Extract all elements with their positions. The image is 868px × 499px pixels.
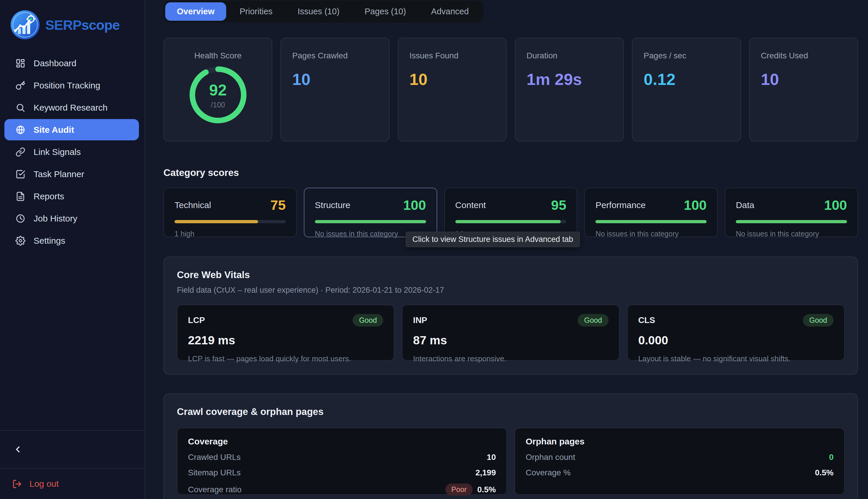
- table-row: Sitemap URLs 2,199: [188, 468, 496, 477]
- coverage-title: Coverage: [188, 437, 496, 447]
- coverage-card: Coverage Crawled URLs 10 Sitemap URLs 2,…: [177, 428, 507, 495]
- sidebar-item-position-tracking[interactable]: Position Tracking: [4, 75, 139, 96]
- logout-button[interactable]: Log out: [0, 468, 145, 499]
- stat-card-health-score: Health Score 92 /100: [163, 38, 272, 142]
- brand-logo[interactable]: SERPscope: [0, 0, 145, 40]
- category-progress-track: [736, 220, 847, 223]
- status-badge: Good: [353, 314, 383, 327]
- chevron-left-icon: [13, 445, 23, 454]
- tab-overview[interactable]: Overview: [165, 2, 226, 21]
- sidebar-item-task-planner[interactable]: Task Planner: [4, 163, 139, 185]
- category-card-data[interactable]: Data 100 No issues in this category: [725, 187, 858, 237]
- sidebar-item-site-audit[interactable]: Site Audit: [4, 119, 139, 141]
- row-label: Orphan count: [526, 453, 575, 462]
- stat-value: 10: [409, 70, 495, 89]
- logout-icon: [12, 479, 22, 489]
- sidebar: SERPscope Dashboard Position Tracking Ke…: [0, 0, 145, 499]
- stat-value: 0.12: [644, 70, 729, 89]
- key-icon: [15, 81, 25, 90]
- crawl-coverage-heading: Crawl coverage & orphan pages: [177, 406, 845, 417]
- category-card-structure[interactable]: Structure 100 No issues in this category: [304, 187, 437, 237]
- row-value: 0: [829, 453, 833, 462]
- sidebar-item-label: Dashboard: [34, 58, 76, 68]
- sidebar-spacer: [0, 251, 145, 430]
- sidebar-item-label: Reports: [34, 192, 64, 202]
- vital-value: 2219 ms: [188, 333, 383, 347]
- category-score: 100: [403, 197, 426, 213]
- stat-card-row: Health Score 92 /100 Pages Crawled 10 Is…: [163, 38, 858, 142]
- dashboard-grid-icon: [15, 58, 25, 68]
- table-row: Coverage % 0.5%: [526, 468, 833, 477]
- vital-description: Layout is stable — no significant visual…: [638, 354, 833, 363]
- serpscope-logo-icon: [10, 9, 40, 40]
- category-name: Content: [455, 200, 486, 210]
- category-progress-fill: [315, 220, 426, 223]
- logout-label: Log out: [29, 479, 59, 489]
- stat-label: Pages Crawled: [292, 51, 378, 60]
- category-progress-track: [455, 220, 566, 223]
- row-value: 10: [487, 453, 496, 462]
- sidebar-item-label: Job History: [34, 214, 77, 223]
- sidebar-item-dashboard[interactable]: Dashboard: [4, 52, 139, 74]
- category-name: Structure: [315, 200, 351, 210]
- sidebar-item-label: Settings: [34, 236, 65, 246]
- category-progress-track: [315, 220, 426, 223]
- crawl-cards-row: Coverage Crawled URLs 10 Sitemap URLs 2,…: [177, 428, 845, 495]
- tab-pages[interactable]: Pages (10): [353, 2, 418, 21]
- stat-label: Health Score: [175, 51, 261, 60]
- sidebar-item-label: Link Signals: [34, 147, 81, 157]
- stat-card-duration: Duration 1m 29s: [515, 38, 624, 142]
- tab-issues[interactable]: Issues (10): [286, 2, 351, 21]
- vital-card-lcp: LCP Good 2219 ms LCP is fast — pages loa…: [177, 305, 394, 361]
- stat-card-pages-per-sec: Pages / sec 0.12: [632, 38, 741, 142]
- category-note: No issues in this category: [595, 230, 707, 238]
- category-note: No issues in this category: [736, 230, 847, 238]
- table-row: Coverage ratio Poor0.5%: [188, 484, 496, 496]
- category-name: Data: [736, 200, 754, 210]
- file-text-icon: [15, 192, 25, 202]
- vitals-row: LCP Good 2219 ms LCP is fast — pages loa…: [177, 305, 845, 361]
- sidebar-item-label: Position Tracking: [34, 81, 100, 90]
- sidebar-item-reports[interactable]: Reports: [4, 186, 139, 207]
- row-value: Poor0.5%: [445, 484, 496, 496]
- vital-card-inp: INP Good 87 ms Interactions are responsi…: [402, 305, 619, 361]
- stat-card-pages-crawled: Pages Crawled 10: [280, 38, 389, 142]
- core-web-vitals-heading: Core Web Vitals: [177, 269, 845, 280]
- structure-tooltip: Click to view Structure issues in Advanc…: [406, 232, 580, 247]
- stat-value: 10: [761, 70, 846, 89]
- sidebar-item-label: Site Audit: [34, 125, 74, 135]
- status-badge: Good: [803, 314, 833, 327]
- category-score-row: Technical 75 1 high Structure 100 No iss…: [163, 187, 858, 237]
- sidebar-nav: Dashboard Position Tracking Keyword Rese…: [0, 52, 145, 251]
- stat-value: 10: [292, 70, 378, 89]
- category-card-performance[interactable]: Performance 100 No issues in this catego…: [584, 187, 718, 237]
- table-row: Crawled URLs 10: [188, 453, 496, 462]
- category-card-content[interactable]: Content 95 1 low: [444, 187, 578, 237]
- sidebar-item-keyword-research[interactable]: Keyword Research: [4, 97, 139, 118]
- vital-value: 87 ms: [413, 333, 608, 347]
- vital-metric: CLS: [638, 315, 655, 325]
- sidebar-item-job-history[interactable]: Job History: [4, 208, 139, 229]
- category-progress-fill: [455, 220, 561, 223]
- vital-value: 0.000: [638, 333, 833, 347]
- status-badge: Good: [578, 314, 608, 327]
- stat-card-issues-found: Issues Found 10: [398, 38, 507, 142]
- stat-card-credits-used: Credits Used 10: [749, 38, 858, 142]
- collapse-sidebar-button[interactable]: [13, 443, 25, 455]
- category-progress-track: [595, 220, 707, 223]
- category-scores-heading: Category scores: [163, 167, 858, 178]
- row-value: 0.5%: [815, 468, 833, 477]
- gear-icon: [15, 236, 25, 246]
- tab-advanced[interactable]: Advanced: [419, 2, 480, 21]
- core-web-vitals-subtitle: Field data (CrUX – real user experience)…: [177, 286, 845, 295]
- health-score-denominator: /100: [188, 101, 248, 109]
- stat-label: Issues Found: [409, 51, 495, 60]
- brand-name: SERPscope: [45, 17, 120, 33]
- category-score: 100: [824, 197, 847, 213]
- sidebar-item-settings[interactable]: Settings: [4, 230, 139, 251]
- category-card-technical[interactable]: Technical 75 1 high: [163, 187, 297, 237]
- tab-priorities[interactable]: Priorities: [228, 2, 284, 21]
- category-name: Performance: [595, 200, 646, 210]
- row-label: Sitemap URLs: [188, 468, 241, 477]
- sidebar-item-link-signals[interactable]: Link Signals: [4, 141, 139, 162]
